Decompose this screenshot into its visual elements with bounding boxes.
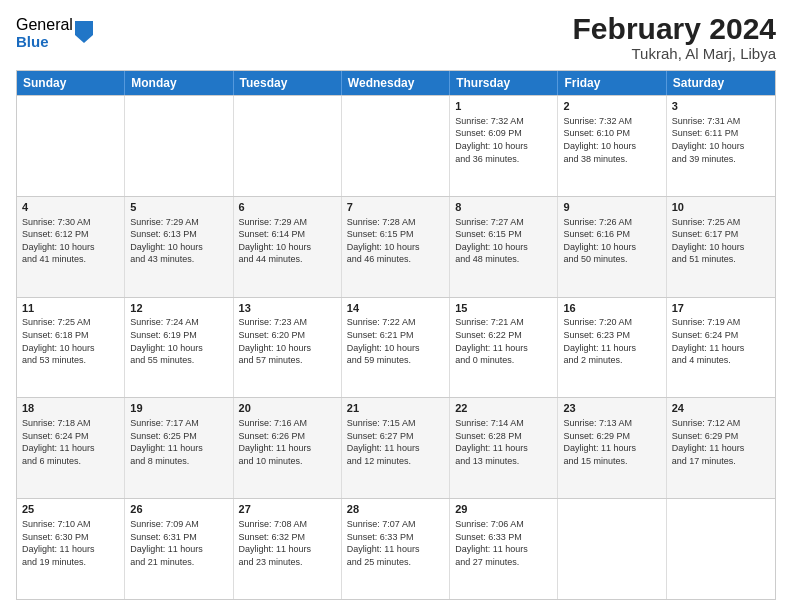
cell-info: Sunrise: 7:08 AM Sunset: 6:32 PM Dayligh… — [239, 518, 336, 568]
cell-info: Sunrise: 7:31 AM Sunset: 6:11 PM Dayligh… — [672, 115, 770, 165]
title-block: February 2024 Tukrah, Al Marj, Libya — [573, 12, 776, 62]
day-number: 6 — [239, 200, 336, 215]
day-number: 9 — [563, 200, 660, 215]
calendar-cell: 11Sunrise: 7:25 AM Sunset: 6:18 PM Dayli… — [17, 298, 125, 398]
calendar-header-day: Wednesday — [342, 71, 450, 95]
calendar-cell: 20Sunrise: 7:16 AM Sunset: 6:26 PM Dayli… — [234, 398, 342, 498]
calendar-cell: 17Sunrise: 7:19 AM Sunset: 6:24 PM Dayli… — [667, 298, 775, 398]
day-number: 8 — [455, 200, 552, 215]
calendar-cell: 27Sunrise: 7:08 AM Sunset: 6:32 PM Dayli… — [234, 499, 342, 599]
calendar-row: 1Sunrise: 7:32 AM Sunset: 6:09 PM Daylig… — [17, 95, 775, 196]
cell-info: Sunrise: 7:27 AM Sunset: 6:15 PM Dayligh… — [455, 216, 552, 266]
day-number: 16 — [563, 301, 660, 316]
cell-info: Sunrise: 7:18 AM Sunset: 6:24 PM Dayligh… — [22, 417, 119, 467]
cell-info: Sunrise: 7:15 AM Sunset: 6:27 PM Dayligh… — [347, 417, 444, 467]
cell-info: Sunrise: 7:26 AM Sunset: 6:16 PM Dayligh… — [563, 216, 660, 266]
day-number: 17 — [672, 301, 770, 316]
calendar-cell: 6Sunrise: 7:29 AM Sunset: 6:14 PM Daylig… — [234, 197, 342, 297]
calendar-cell: 29Sunrise: 7:06 AM Sunset: 6:33 PM Dayli… — [450, 499, 558, 599]
calendar-body: 1Sunrise: 7:32 AM Sunset: 6:09 PM Daylig… — [17, 95, 775, 599]
calendar-cell: 22Sunrise: 7:14 AM Sunset: 6:28 PM Dayli… — [450, 398, 558, 498]
calendar-row: 11Sunrise: 7:25 AM Sunset: 6:18 PM Dayli… — [17, 297, 775, 398]
calendar-cell: 25Sunrise: 7:10 AM Sunset: 6:30 PM Dayli… — [17, 499, 125, 599]
logo-general: General — [16, 16, 73, 34]
calendar-cell: 19Sunrise: 7:17 AM Sunset: 6:25 PM Dayli… — [125, 398, 233, 498]
day-number: 18 — [22, 401, 119, 416]
calendar-cell — [17, 96, 125, 196]
calendar-cell — [558, 499, 666, 599]
calendar-cell: 24Sunrise: 7:12 AM Sunset: 6:29 PM Dayli… — [667, 398, 775, 498]
calendar-cell: 18Sunrise: 7:18 AM Sunset: 6:24 PM Dayli… — [17, 398, 125, 498]
day-number: 14 — [347, 301, 444, 316]
cell-info: Sunrise: 7:30 AM Sunset: 6:12 PM Dayligh… — [22, 216, 119, 266]
day-number: 12 — [130, 301, 227, 316]
calendar-row: 25Sunrise: 7:10 AM Sunset: 6:30 PM Dayli… — [17, 498, 775, 599]
cell-info: Sunrise: 7:24 AM Sunset: 6:19 PM Dayligh… — [130, 316, 227, 366]
day-number: 15 — [455, 301, 552, 316]
calendar-cell — [342, 96, 450, 196]
day-number: 2 — [563, 99, 660, 114]
calendar-cell — [234, 96, 342, 196]
day-number: 4 — [22, 200, 119, 215]
calendar-cell — [667, 499, 775, 599]
calendar-cell: 12Sunrise: 7:24 AM Sunset: 6:19 PM Dayli… — [125, 298, 233, 398]
day-number: 24 — [672, 401, 770, 416]
cell-info: Sunrise: 7:22 AM Sunset: 6:21 PM Dayligh… — [347, 316, 444, 366]
calendar-cell: 9Sunrise: 7:26 AM Sunset: 6:16 PM Daylig… — [558, 197, 666, 297]
calendar-row: 18Sunrise: 7:18 AM Sunset: 6:24 PM Dayli… — [17, 397, 775, 498]
svg-marker-0 — [75, 21, 93, 43]
cell-info: Sunrise: 7:25 AM Sunset: 6:17 PM Dayligh… — [672, 216, 770, 266]
logo: General Blue — [16, 16, 93, 50]
calendar-cell: 5Sunrise: 7:29 AM Sunset: 6:13 PM Daylig… — [125, 197, 233, 297]
calendar-header-day: Monday — [125, 71, 233, 95]
calendar-cell: 26Sunrise: 7:09 AM Sunset: 6:31 PM Dayli… — [125, 499, 233, 599]
calendar: SundayMondayTuesdayWednesdayThursdayFrid… — [16, 70, 776, 600]
day-number: 22 — [455, 401, 552, 416]
calendar-header: SundayMondayTuesdayWednesdayThursdayFrid… — [17, 71, 775, 95]
cell-info: Sunrise: 7:09 AM Sunset: 6:31 PM Dayligh… — [130, 518, 227, 568]
day-number: 5 — [130, 200, 227, 215]
day-number: 1 — [455, 99, 552, 114]
cell-info: Sunrise: 7:29 AM Sunset: 6:14 PM Dayligh… — [239, 216, 336, 266]
cell-info: Sunrise: 7:21 AM Sunset: 6:22 PM Dayligh… — [455, 316, 552, 366]
day-number: 20 — [239, 401, 336, 416]
day-number: 13 — [239, 301, 336, 316]
cell-info: Sunrise: 7:10 AM Sunset: 6:30 PM Dayligh… — [22, 518, 119, 568]
page: General Blue February 2024 Tukrah, Al Ma… — [0, 0, 792, 612]
calendar-row: 4Sunrise: 7:30 AM Sunset: 6:12 PM Daylig… — [17, 196, 775, 297]
cell-info: Sunrise: 7:17 AM Sunset: 6:25 PM Dayligh… — [130, 417, 227, 467]
calendar-cell: 23Sunrise: 7:13 AM Sunset: 6:29 PM Dayli… — [558, 398, 666, 498]
cell-info: Sunrise: 7:06 AM Sunset: 6:33 PM Dayligh… — [455, 518, 552, 568]
calendar-cell: 15Sunrise: 7:21 AM Sunset: 6:22 PM Dayli… — [450, 298, 558, 398]
logo-icon — [75, 21, 93, 43]
calendar-cell: 16Sunrise: 7:20 AM Sunset: 6:23 PM Dayli… — [558, 298, 666, 398]
sub-title: Tukrah, Al Marj, Libya — [573, 45, 776, 62]
cell-info: Sunrise: 7:20 AM Sunset: 6:23 PM Dayligh… — [563, 316, 660, 366]
day-number: 29 — [455, 502, 552, 517]
day-number: 27 — [239, 502, 336, 517]
cell-info: Sunrise: 7:14 AM Sunset: 6:28 PM Dayligh… — [455, 417, 552, 467]
day-number: 21 — [347, 401, 444, 416]
calendar-cell: 14Sunrise: 7:22 AM Sunset: 6:21 PM Dayli… — [342, 298, 450, 398]
cell-info: Sunrise: 7:23 AM Sunset: 6:20 PM Dayligh… — [239, 316, 336, 366]
day-number: 25 — [22, 502, 119, 517]
calendar-header-day: Thursday — [450, 71, 558, 95]
cell-info: Sunrise: 7:19 AM Sunset: 6:24 PM Dayligh… — [672, 316, 770, 366]
calendar-cell: 4Sunrise: 7:30 AM Sunset: 6:12 PM Daylig… — [17, 197, 125, 297]
calendar-cell: 8Sunrise: 7:27 AM Sunset: 6:15 PM Daylig… — [450, 197, 558, 297]
calendar-cell: 10Sunrise: 7:25 AM Sunset: 6:17 PM Dayli… — [667, 197, 775, 297]
main-title: February 2024 — [573, 12, 776, 45]
day-number: 26 — [130, 502, 227, 517]
calendar-cell: 2Sunrise: 7:32 AM Sunset: 6:10 PM Daylig… — [558, 96, 666, 196]
calendar-header-day: Tuesday — [234, 71, 342, 95]
cell-info: Sunrise: 7:29 AM Sunset: 6:13 PM Dayligh… — [130, 216, 227, 266]
cell-info: Sunrise: 7:07 AM Sunset: 6:33 PM Dayligh… — [347, 518, 444, 568]
calendar-header-day: Friday — [558, 71, 666, 95]
day-number: 11 — [22, 301, 119, 316]
day-number: 7 — [347, 200, 444, 215]
calendar-cell: 3Sunrise: 7:31 AM Sunset: 6:11 PM Daylig… — [667, 96, 775, 196]
calendar-cell: 1Sunrise: 7:32 AM Sunset: 6:09 PM Daylig… — [450, 96, 558, 196]
header: General Blue February 2024 Tukrah, Al Ma… — [16, 12, 776, 62]
day-number: 23 — [563, 401, 660, 416]
day-number: 28 — [347, 502, 444, 517]
